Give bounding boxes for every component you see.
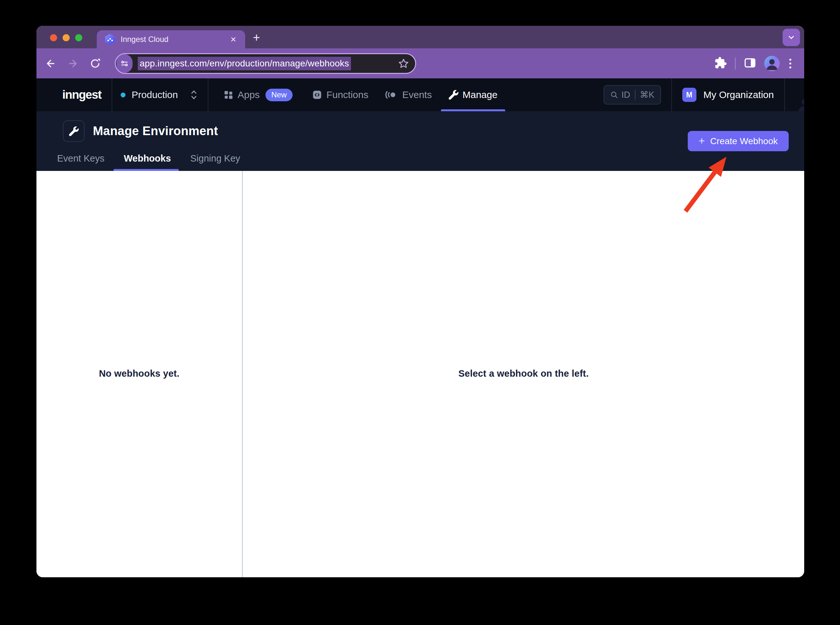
side-panel-button[interactable] — [744, 56, 756, 71]
app-navigation-bar: inngest Production Apps New Functio — [36, 78, 804, 111]
webhook-detail-pane: Select a webhook on the left. — [243, 171, 804, 577]
webhooks-content: No webhooks yet. Select a webhook on the… — [36, 171, 804, 577]
webhook-detail-empty-message: Select a webhook on the left. — [243, 368, 804, 379]
browser-toolbar: app.inngest.com/env/production/manage/we… — [36, 48, 804, 78]
maximize-window-button[interactable] — [75, 34, 82, 41]
manage-environment-icon-box — [63, 120, 84, 142]
site-info-button[interactable] — [117, 54, 132, 73]
nav-right-section: ID ⌘K M My Organization — [604, 78, 804, 111]
close-window-button[interactable] — [50, 34, 57, 41]
browser-menu-button[interactable] — [787, 59, 793, 68]
bookmark-star-icon[interactable] — [397, 57, 410, 70]
organization-menu[interactable]: M My Organization — [682, 88, 774, 102]
search-divider — [635, 90, 635, 100]
toolbar-right-controls — [714, 48, 793, 78]
create-webhook-button[interactable]: + Create Webhook — [688, 131, 789, 151]
search-by-id-button[interactable]: ID ⌘K — [604, 85, 661, 104]
tab-signing-key[interactable]: Signing Key — [190, 146, 240, 171]
extensions-button[interactable] — [714, 56, 727, 71]
browser-tab-strip: Inngest Cloud × + — [36, 26, 804, 48]
minimize-window-button[interactable] — [62, 34, 70, 41]
nav-label-manage: Manage — [463, 89, 498, 100]
nav-item-apps[interactable]: Apps New — [223, 78, 292, 111]
browser-window: Inngest Cloud × + — [36, 26, 804, 577]
toolbar-divider — [735, 58, 736, 70]
nav-divider — [208, 78, 208, 111]
tab-title: Inngest Cloud — [121, 35, 229, 44]
nav-item-events[interactable]: Events — [385, 78, 432, 111]
webhooks-list-pane: No webhooks yet. — [36, 171, 243, 577]
nav-label-events: Events — [402, 89, 432, 100]
webhooks-empty-message: No webhooks yet. — [36, 368, 242, 379]
inngest-logo[interactable]: inngest — [62, 88, 101, 102]
site-settings-icon — [120, 59, 129, 68]
url-text[interactable]: app.inngest.com/env/production/manage/we… — [138, 57, 351, 70]
browser-profile-avatar[interactable] — [764, 56, 780, 71]
nav-label-functions: Functions — [327, 89, 369, 100]
address-bar[interactable]: app.inngest.com/env/production/manage/we… — [115, 53, 416, 74]
nav-divider — [112, 78, 112, 111]
new-badge: New — [266, 89, 292, 101]
nav-label-apps: Apps — [238, 89, 260, 100]
manage-environment-header: Manage Environment Event Keys Webhooks S… — [36, 111, 804, 171]
window-controls — [50, 34, 82, 41]
nav-divider — [784, 78, 785, 111]
new-tab-button[interactable]: + — [249, 30, 264, 45]
page-title: Manage Environment — [93, 124, 218, 138]
plus-icon: + — [699, 135, 705, 146]
wrench-icon — [69, 126, 79, 136]
back-button[interactable] — [43, 56, 58, 71]
events-signal-icon — [385, 90, 398, 100]
tab-close-icon[interactable]: × — [229, 34, 237, 44]
chevron-updown-icon — [189, 89, 199, 101]
reload-button[interactable] — [88, 56, 103, 71]
create-webhook-label: Create Webhook — [710, 136, 778, 146]
tab-webhooks[interactable]: Webhooks — [124, 146, 171, 171]
forward-button[interactable] — [65, 56, 80, 71]
environment-name: Production — [132, 89, 178, 100]
inngest-favicon-icon — [104, 34, 115, 45]
nav-divider — [671, 78, 672, 111]
browser-tab-inngest-cloud[interactable]: Inngest Cloud × — [97, 30, 245, 48]
puzzle-icon — [714, 56, 727, 69]
search-icon — [610, 91, 618, 99]
search-shortcut: ⌘K — [640, 90, 655, 100]
functions-code-icon — [312, 90, 322, 100]
environment-status-dot — [121, 93, 126, 97]
nav-item-manage[interactable]: Manage — [449, 78, 498, 111]
side-panel-icon — [744, 56, 756, 69]
tab-event-keys[interactable]: Event Keys — [57, 146, 104, 171]
environment-selector[interactable]: Production — [121, 89, 198, 101]
nav-item-functions[interactable]: Functions — [312, 78, 369, 111]
apps-grid-icon — [223, 90, 233, 100]
manage-tabs: Event Keys Webhooks Signing Key — [36, 146, 240, 171]
search-id-label: ID — [622, 90, 630, 100]
chevron-down-icon — [787, 33, 795, 42]
organization-name: My Organization — [703, 89, 774, 100]
wrench-icon — [449, 90, 458, 100]
organization-badge: M — [682, 88, 697, 102]
tab-search-button[interactable] — [782, 29, 800, 46]
